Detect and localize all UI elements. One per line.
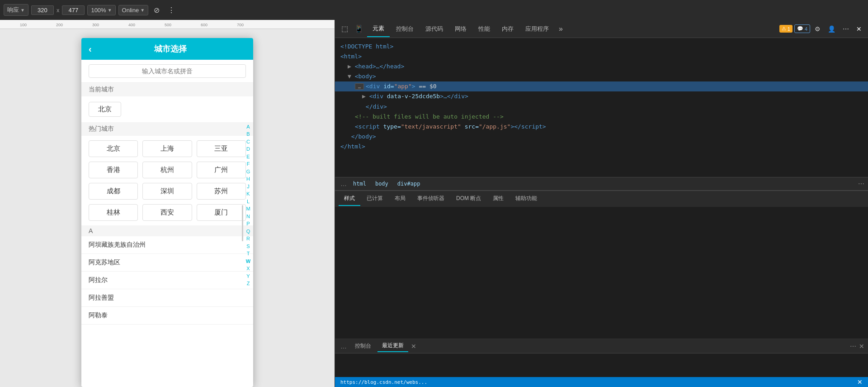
alpha-B[interactable]: B xyxy=(244,130,253,138)
hot-city-0[interactable]: 北京 xyxy=(89,140,138,157)
device-toggle-icon[interactable]: 📱 xyxy=(352,23,366,35)
rotate-icon[interactable]: ⊘ xyxy=(151,4,162,16)
devtools-more-icon[interactable]: ⋯ xyxy=(840,24,852,34)
tab-styles[interactable]: 样式 xyxy=(339,192,360,206)
more-options-icon[interactable]: ⋮ xyxy=(165,4,178,16)
breadcrumb-expand-icon[interactable]: ⋯ xyxy=(858,180,864,187)
tab-dom-breakpoints[interactable]: DOM 断点 xyxy=(451,192,486,206)
tree-body-open[interactable]: ▼ <body> xyxy=(340,72,863,81)
alpha-T[interactable]: T xyxy=(244,250,253,258)
height-input[interactable] xyxy=(62,5,85,15)
alpha-W[interactable]: W xyxy=(244,258,253,265)
current-city-chip[interactable]: 北京 xyxy=(89,102,121,117)
tab-network[interactable]: 网络 xyxy=(449,21,472,37)
breadcrumb-dots[interactable]: … xyxy=(339,179,349,188)
alpha-Y[interactable]: Y xyxy=(244,272,253,280)
alpha-F[interactable]: F xyxy=(244,160,253,168)
tab-computed[interactable]: 已计算 xyxy=(361,192,388,206)
dots-button[interactable]: … xyxy=(355,83,364,90)
hot-city-7[interactable]: 深圳 xyxy=(142,183,192,200)
hot-city-3[interactable]: 香港 xyxy=(89,162,138,178)
hot-city-10[interactable]: 西安 xyxy=(142,204,192,221)
tab-event-listeners[interactable]: 事件侦听器 xyxy=(412,192,450,206)
user-icon[interactable]: 👤 xyxy=(825,24,838,34)
back-button[interactable]: ‹ xyxy=(89,44,92,54)
search-input[interactable] xyxy=(94,67,240,75)
city-item-2[interactable]: 阿拉尔 xyxy=(81,272,253,289)
alpha-X[interactable]: X xyxy=(244,265,253,272)
hot-city-6[interactable]: 成都 xyxy=(89,183,138,200)
tab-memory[interactable]: 内存 xyxy=(496,21,519,37)
tree-selected-line[interactable]: … <div id="app"> == $0 xyxy=(335,81,868,91)
more-tabs-icon[interactable]: » xyxy=(555,23,566,35)
footer-tab-console[interactable]: 控制台 xyxy=(350,340,376,352)
footer-tab-close-icon[interactable]: ✕ xyxy=(411,343,416,350)
breadcrumb-app[interactable]: div#app xyxy=(395,180,423,188)
footer-tab-recent[interactable]: 最近更新 xyxy=(377,340,408,352)
alpha-Z[interactable]: Z xyxy=(244,280,253,287)
width-input[interactable] xyxy=(31,5,54,15)
breadcrumb-body[interactable]: body xyxy=(373,180,391,188)
alpha-section-a: A xyxy=(81,225,253,236)
footer-dots[interactable]: … xyxy=(339,342,349,351)
alpha-R[interactable]: R xyxy=(244,235,253,243)
tab-elements[interactable]: 元素 xyxy=(367,21,390,37)
alpha-H[interactable]: H xyxy=(244,175,253,183)
tab-application[interactable]: 应用程序 xyxy=(520,21,554,37)
alpha-P[interactable]: P xyxy=(244,220,253,228)
city-item-0[interactable]: 阿坝藏族羌族自治州 xyxy=(81,236,253,254)
responsive-dropdown[interactable]: 响应 ▼ xyxy=(4,4,28,16)
alpha-M[interactable]: M xyxy=(244,205,253,213)
tree-app-div[interactable]: … <div id="app"> == $0 xyxy=(340,81,863,91)
alpha-G[interactable]: G xyxy=(244,168,253,176)
footer-expand-icon[interactable]: ⋯ xyxy=(850,343,856,350)
alpha-Q[interactable]: Q xyxy=(244,228,253,235)
alpha-J[interactable]: J xyxy=(244,183,253,191)
tab-properties[interactable]: 属性 xyxy=(487,192,509,206)
tab-sources[interactable]: 源代码 xyxy=(420,21,448,37)
status-close-icon[interactable]: ✕ xyxy=(857,378,863,386)
search-input-wrap[interactable] xyxy=(89,64,246,78)
hot-city-5[interactable]: 广州 xyxy=(197,162,246,178)
settings-icon[interactable]: ⚙ xyxy=(812,24,823,34)
city-item-3[interactable]: 阿拉善盟 xyxy=(81,289,253,307)
expand-datav-icon[interactable]: ▶ xyxy=(362,91,366,101)
html-tree[interactable]: <!DOCTYPE html> <html> ▶ <head>…</head> … xyxy=(335,38,868,177)
hot-city-2[interactable]: 三亚 xyxy=(197,140,246,157)
tab-accessibility[interactable]: 辅助功能 xyxy=(510,192,542,206)
alpha-K[interactable]: K xyxy=(244,190,253,198)
comment-icon: 💬 xyxy=(797,26,803,32)
hot-city-4[interactable]: 杭州 xyxy=(142,162,192,178)
alpha-N[interactable]: N xyxy=(244,213,253,220)
tree-html-open[interactable]: <html> xyxy=(340,52,863,62)
close-devtools-icon[interactable]: ✕ xyxy=(854,24,864,34)
tree-data-div[interactable]: ▶ <div data-v-25dcde5b>…</div> xyxy=(340,91,863,101)
footer-close-icon[interactable]: ✕ xyxy=(859,343,864,350)
tree-head[interactable]: ▶ <head>…</head> xyxy=(340,62,863,72)
warning-badge[interactable]: ⚠ 1 xyxy=(779,25,793,33)
hot-city-9[interactable]: 桂林 xyxy=(89,204,138,221)
tree-script[interactable]: <script type="text/javascript" src="/app… xyxy=(340,122,863,132)
breadcrumb-html[interactable]: html xyxy=(350,180,369,188)
city-item-1[interactable]: 阿克苏地区 xyxy=(81,254,253,272)
alpha-A[interactable]: A xyxy=(244,123,253,131)
zoom-dropdown[interactable]: 100% ▼ xyxy=(87,5,115,15)
online-dropdown[interactable]: Online ▼ xyxy=(118,5,148,15)
alpha-E[interactable]: E xyxy=(244,153,253,161)
expand-body-icon[interactable]: ▼ xyxy=(348,72,351,81)
expand-head-icon[interactable]: ▶ xyxy=(348,62,351,72)
alpha-D[interactable]: D xyxy=(244,145,253,153)
city-item-4[interactable]: 阿勒泰 xyxy=(81,307,253,325)
alpha-S[interactable]: S xyxy=(244,243,253,250)
element-picker-icon[interactable]: ⬚ xyxy=(339,23,351,35)
city-list[interactable]: 当前城市 北京 热门城市 北京 上海 三亚 香港 杭州 广州 成都 深圳 xyxy=(81,83,253,327)
hot-city-8[interactable]: 苏州 xyxy=(197,183,246,200)
hot-city-11[interactable]: 厦门 xyxy=(197,204,246,221)
tab-console[interactable]: 控制台 xyxy=(391,21,419,37)
alpha-C[interactable]: C xyxy=(244,138,253,146)
tab-performance[interactable]: 性能 xyxy=(473,21,495,37)
alpha-L[interactable]: L xyxy=(244,198,253,205)
error-badge[interactable]: 💬 4 xyxy=(794,24,810,33)
tab-layout[interactable]: 布局 xyxy=(389,192,411,206)
hot-city-1[interactable]: 上海 xyxy=(142,140,192,157)
